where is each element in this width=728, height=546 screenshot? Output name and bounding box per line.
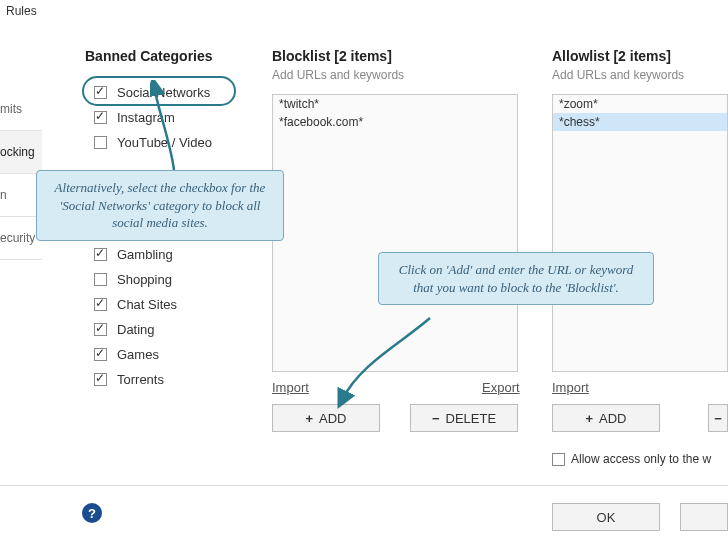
blocklist-import-link[interactable]: Import xyxy=(272,380,309,395)
help-icon[interactable]: ? xyxy=(82,503,102,523)
checkbox-icon[interactable] xyxy=(94,298,107,311)
footer-cutoff-button[interactable] xyxy=(680,503,728,531)
blocklist-heading: Blocklist [2 items] xyxy=(272,48,392,64)
checkbox-icon[interactable] xyxy=(94,111,107,124)
category-gambling[interactable]: Gambling xyxy=(88,242,258,267)
button-label: OK xyxy=(597,510,616,525)
allowlist-box[interactable]: *zoom* *chess* xyxy=(552,94,728,372)
category-torrents[interactable]: Torrents xyxy=(88,367,258,392)
callout-right: Click on 'Add' and enter the URL or keyw… xyxy=(378,252,654,305)
list-item[interactable]: *twitch* xyxy=(273,95,517,113)
banned-heading: Banned Categories xyxy=(85,48,213,64)
list-item[interactable]: *zoom* xyxy=(553,95,727,113)
allow-only-checkbox-row[interactable]: Allow access only to the w xyxy=(552,452,711,466)
button-label: ADD xyxy=(319,411,346,426)
minus-icon: − xyxy=(714,411,722,426)
category-label: Shopping xyxy=(117,272,172,287)
blocklist-delete-button[interactable]: − DELETE xyxy=(410,404,518,432)
category-youtube[interactable]: YouTube / Video xyxy=(88,130,258,155)
callout-left: Alternatively, select the checkbox for t… xyxy=(36,170,284,241)
minus-icon: − xyxy=(432,411,440,426)
checkbox-icon[interactable] xyxy=(94,373,107,386)
sidebar-item-label: ecurity xyxy=(0,231,35,245)
category-label: YouTube / Video xyxy=(117,135,212,150)
ok-button[interactable]: OK xyxy=(552,503,660,531)
plus-icon: + xyxy=(585,411,593,426)
category-label: Gambling xyxy=(117,247,173,262)
blocklist-box[interactable]: *twitch* *facebook.com* xyxy=(272,94,518,372)
plus-icon: + xyxy=(305,411,313,426)
category-label: Dating xyxy=(117,322,155,337)
checkbox-icon[interactable] xyxy=(552,453,565,466)
category-label: Torrents xyxy=(117,372,164,387)
blocklist-export-link[interactable]: Export xyxy=(482,380,520,395)
category-chatsites[interactable]: Chat Sites xyxy=(88,292,258,317)
checkbox-icon[interactable] xyxy=(94,248,107,261)
button-label: ADD xyxy=(599,411,626,426)
list-item[interactable]: *chess* xyxy=(553,113,727,131)
allowlist-import-link[interactable]: Import xyxy=(552,380,589,395)
category-label: Social Networks xyxy=(117,85,210,100)
checkbox-icon[interactable] xyxy=(94,348,107,361)
category-games[interactable]: Games xyxy=(88,342,258,367)
blocklist-subheading: Add URLs and keywords xyxy=(272,68,404,82)
allowlist-subheading: Add URLs and keywords xyxy=(552,68,684,82)
window-title: Rules xyxy=(6,4,37,18)
category-label: Instagram xyxy=(117,110,175,125)
button-label: DELETE xyxy=(446,411,497,426)
checkbox-icon[interactable] xyxy=(94,273,107,286)
sidebar-item-blocking[interactable]: ocking xyxy=(0,131,42,174)
allowlist-heading: Allowlist [2 items] xyxy=(552,48,671,64)
checkbox-icon[interactable] xyxy=(94,136,107,149)
blocklist-add-button[interactable]: + ADD xyxy=(272,404,380,432)
sidebar-item-limits[interactable]: mits xyxy=(0,88,42,131)
category-dating[interactable]: Dating xyxy=(88,317,258,342)
footer-separator xyxy=(0,485,728,486)
sidebar-item-label: mits xyxy=(0,102,22,116)
category-shopping[interactable]: Shopping xyxy=(88,267,258,292)
allow-only-label: Allow access only to the w xyxy=(571,452,711,466)
checkbox-icon[interactable] xyxy=(94,323,107,336)
allowlist-cutoff-button[interactable]: − xyxy=(708,404,728,432)
category-label: Games xyxy=(117,347,159,362)
allowlist-add-button[interactable]: + ADD xyxy=(552,404,660,432)
category-label: Chat Sites xyxy=(117,297,177,312)
sidebar-item-label: ocking xyxy=(0,145,35,159)
category-instagram[interactable]: Instagram xyxy=(88,105,258,130)
checkbox-icon[interactable] xyxy=(94,86,107,99)
sidebar-item-label: n xyxy=(0,188,7,202)
category-social-networks[interactable]: Social Networks xyxy=(88,80,258,105)
list-item[interactable]: *facebook.com* xyxy=(273,113,517,131)
